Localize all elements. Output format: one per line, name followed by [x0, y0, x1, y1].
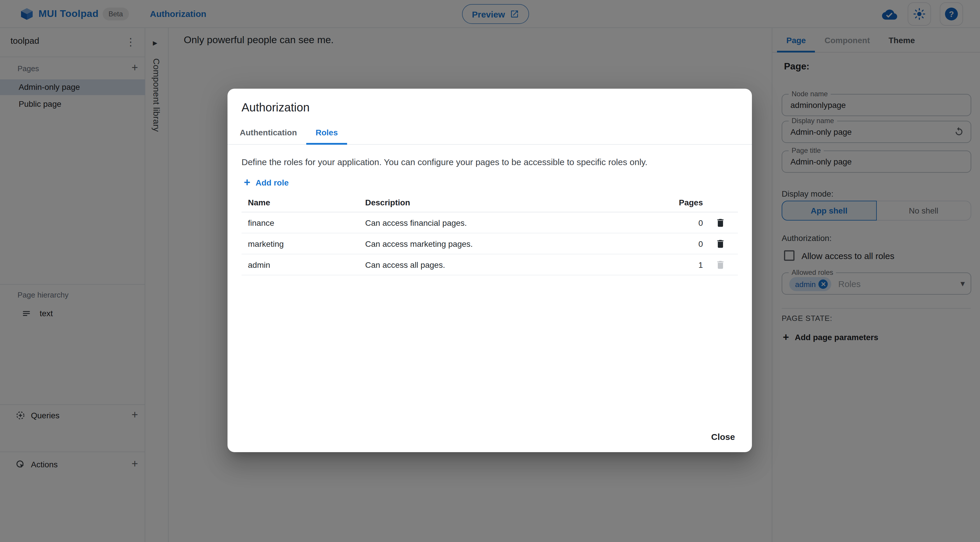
dialog-tabs: Authentication Roles [228, 121, 752, 145]
roles-description: Define the roles for your application. Y… [242, 157, 648, 167]
authorization-dialog: Authorization Authentication Roles Defin… [228, 89, 752, 452]
plus-icon: + [244, 176, 250, 189]
add-role-label: Add role [256, 178, 289, 187]
role-description: Can access financial pages. [365, 218, 651, 227]
table-row-admin: admin Can access all pages. 1 [242, 254, 738, 275]
role-description: Can access marketing pages. [365, 239, 651, 248]
delete-icon-disabled [715, 259, 725, 270]
active-tab-indicator [306, 143, 347, 145]
tab-authentication-label: Authentication [240, 128, 297, 137]
table-row-finance: finance Can access financial pages. 0 [242, 212, 738, 233]
close-button[interactable]: Close [706, 426, 740, 446]
role-pages-count: 0 [651, 239, 703, 248]
delete-icon[interactable] [715, 238, 725, 249]
tab-authentication[interactable]: Authentication [231, 121, 306, 145]
col-header-name: Name [242, 198, 365, 207]
role-name: marketing [242, 239, 365, 248]
role-description: Can access all pages. [365, 260, 651, 269]
role-pages-count: 1 [651, 260, 703, 269]
tab-roles[interactable]: Roles [306, 121, 347, 145]
roles-table: Name Description Pages finance Can acces… [242, 193, 738, 275]
delete-icon[interactable] [715, 217, 725, 228]
role-name: finance [242, 218, 365, 227]
table-header-row: Name Description Pages [242, 193, 738, 212]
role-name: admin [242, 260, 365, 269]
role-pages-count: 0 [651, 218, 703, 227]
dialog-title: Authorization [242, 101, 310, 114]
col-header-pages: Pages [651, 198, 703, 207]
col-header-description: Description [365, 198, 651, 207]
table-row-marketing: marketing Can access marketing pages. 0 [242, 233, 738, 254]
app-root: MUI Toolpad Beta Authorization Preview [0, 0, 980, 542]
add-role-button[interactable]: + Add role [244, 174, 289, 191]
tab-roles-label: Roles [316, 128, 338, 137]
